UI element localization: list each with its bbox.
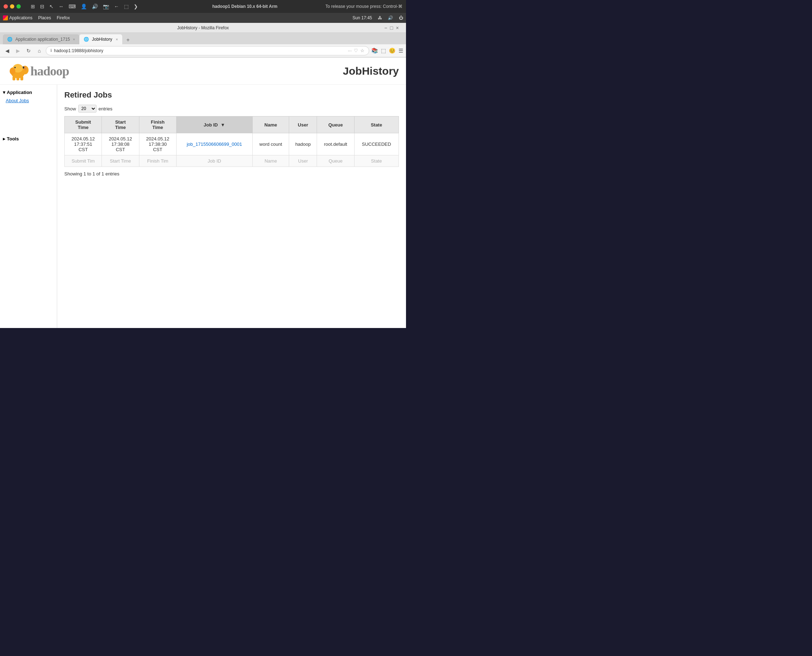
browser-chrome: JobHistory - Mozilla Firefox − □ × 🌐 App… bbox=[0, 23, 406, 57]
cell-start-time: 2024.05.1217:38:08CST bbox=[102, 133, 139, 155]
app-logo bbox=[3, 15, 8, 20]
tab-application[interactable]: 🌐 Application application_1715 × bbox=[3, 34, 79, 44]
tools-arrow-icon: ▸ bbox=[3, 136, 5, 141]
network-icon: 🖧 bbox=[378, 15, 382, 20]
window-controls[interactable]: − □ × bbox=[384, 25, 399, 31]
address-bar-actions: ··· ♡ ☆ bbox=[348, 48, 364, 53]
tools-section-header[interactable]: ▸ Tools bbox=[0, 135, 57, 143]
browser-navbar: ◀ ▶ ↻ ⌂ ℹ hadoop1:19888/jobhistory ··· ♡… bbox=[0, 44, 406, 57]
url-text: hadoop1:19888/jobhistory bbox=[54, 48, 346, 53]
sidebar: ▾ Application About Jobs ▸ Tools bbox=[0, 85, 57, 328]
sidebar-tools-section: ▸ Tools bbox=[0, 135, 57, 143]
tools-label: Tools bbox=[7, 136, 19, 141]
browser-tabs: 🌐 Application application_1715 × 🌐 JobHi… bbox=[0, 33, 406, 44]
tab-favicon-1: 🌐 bbox=[7, 37, 12, 42]
th-name[interactable]: Name bbox=[252, 116, 289, 133]
entries-select[interactable]: 20 50 100 bbox=[78, 105, 96, 113]
menu-bar: Applications Places Firefox Sun 17:45 🖧 … bbox=[0, 13, 406, 23]
browser-titlebar: JobHistory - Mozilla Firefox − □ × bbox=[0, 23, 406, 33]
cell-name: word count bbox=[252, 133, 289, 155]
tab-jobhistory[interactable]: 🌐 JobHistory × bbox=[79, 34, 122, 44]
main-content: Retired Jobs Show 20 50 100 entries Subm… bbox=[57, 85, 406, 328]
traffic-lights bbox=[3, 4, 21, 9]
footer-finish-time: Finish Tim bbox=[139, 155, 176, 167]
camera-icon: 📷 bbox=[103, 3, 109, 9]
pointer-icon: ↖ bbox=[49, 3, 54, 9]
footer-user: User bbox=[289, 155, 317, 167]
application-section-header[interactable]: ▾ Application bbox=[0, 88, 57, 96]
os-topbar: ⊞ ⊟ ↖ ↔ ⌨ 👤 🔊 📷 ← ⬚ ❯ hadoop1 Debian 10.… bbox=[0, 0, 406, 13]
job-id-link[interactable]: job_1715506606699_0001 bbox=[187, 141, 242, 147]
tab-label-1: Application application_1715 bbox=[15, 37, 70, 42]
secure-icon: ℹ bbox=[50, 48, 52, 53]
th-submit-time[interactable]: SubmitTime bbox=[65, 116, 102, 133]
sidepanel-icon[interactable]: ⬚ bbox=[381, 48, 386, 54]
minimize-btn[interactable]: − bbox=[384, 25, 387, 31]
home-button[interactable]: ⌂ bbox=[35, 46, 43, 55]
firefox-menu[interactable]: Firefox bbox=[57, 15, 70, 20]
library-icon[interactable]: 📚 bbox=[371, 48, 378, 54]
page-heading: Retired Jobs bbox=[64, 90, 399, 100]
close-btn[interactable]: × bbox=[396, 25, 399, 31]
maximize-window-btn[interactable] bbox=[16, 4, 21, 9]
os-topbar-icons: ⊞ ⊟ ↖ ↔ ⌨ 👤 🔊 📷 ← ⬚ ❯ bbox=[31, 3, 138, 9]
speaker-icon: 🔊 bbox=[92, 3, 98, 9]
table-controls: Show 20 50 100 entries bbox=[64, 105, 399, 113]
back-button[interactable]: ◀ bbox=[3, 46, 11, 55]
person-icon: 👤 bbox=[81, 3, 87, 9]
volume-icon: 🔊 bbox=[388, 15, 393, 20]
more-icon[interactable]: ··· bbox=[348, 48, 352, 53]
table-footer-row: Submit Tim Start Time Finish Tim Job ID … bbox=[65, 155, 399, 167]
star-icon[interactable]: ☆ bbox=[360, 48, 364, 53]
keyboard-icon: ⌨ bbox=[69, 3, 76, 9]
places-menu[interactable]: Places bbox=[38, 15, 51, 20]
address-bar[interactable]: ℹ hadoop1:19888/jobhistory ··· ♡ ☆ bbox=[46, 46, 369, 56]
forward-button[interactable]: ▶ bbox=[14, 46, 22, 55]
jobs-table: SubmitTime StartTime FinishTime Job ID ▼… bbox=[64, 116, 399, 167]
close-window-btn[interactable] bbox=[3, 4, 8, 9]
minimize-window-btn[interactable] bbox=[10, 4, 14, 9]
th-job-id[interactable]: Job ID ▼ bbox=[176, 116, 252, 133]
applications-menu[interactable]: Applications bbox=[9, 15, 33, 20]
os-topbar-right: To release your mouse press: Control-⌘ bbox=[325, 4, 403, 9]
cell-state: SUCCEEDED bbox=[354, 133, 398, 155]
hadoop-name-text: hadoop bbox=[30, 63, 69, 79]
cell-submit-time: 2024.05.1217:37:51CST bbox=[65, 133, 102, 155]
about-jobs-link[interactable]: About Jobs bbox=[0, 96, 57, 105]
table-header-row: SubmitTime StartTime FinishTime Job ID ▼… bbox=[65, 116, 399, 133]
th-user[interactable]: User bbox=[289, 116, 317, 133]
footer-queue: Queue bbox=[317, 155, 354, 167]
nav-right-icons: 📚 ⬚ 😊 ☰ bbox=[371, 48, 403, 54]
tab-label-2: JobHistory bbox=[92, 37, 112, 42]
th-start-time[interactable]: StartTime bbox=[102, 116, 139, 133]
hadoop-logo-elephant bbox=[7, 61, 30, 81]
th-finish-time[interactable]: FinishTime bbox=[139, 116, 176, 133]
footer-job-id: Job ID bbox=[176, 155, 252, 167]
table-row: 2024.05.1217:37:51CST 2024.05.1217:38:08… bbox=[65, 133, 399, 155]
cell-user: hadoop bbox=[289, 133, 317, 155]
svg-rect-5 bbox=[16, 77, 19, 80]
arrow-icon: ↔ bbox=[59, 3, 64, 9]
th-queue[interactable]: Queue bbox=[317, 116, 354, 133]
th-state[interactable]: State bbox=[354, 116, 398, 133]
footer-submit-time: Submit Tim bbox=[65, 155, 102, 167]
display-icon: ⊟ bbox=[40, 3, 44, 9]
screen-icon: ⬚ bbox=[124, 3, 129, 9]
footer-start-time: Start Time bbox=[102, 155, 139, 167]
tab-close-1[interactable]: × bbox=[73, 37, 75, 42]
application-label: Application bbox=[7, 90, 32, 95]
hadoop-brand: hadoop bbox=[7, 61, 69, 81]
svg-point-8 bbox=[14, 67, 16, 68]
hamburger-icon[interactable]: ☰ bbox=[398, 48, 403, 54]
sidebar-icon: ⊞ bbox=[31, 3, 35, 9]
footer-name: Name bbox=[252, 155, 289, 167]
tab-close-2[interactable]: × bbox=[116, 37, 118, 42]
account-icon[interactable]: 😊 bbox=[389, 48, 396, 54]
new-tab-button[interactable]: + bbox=[124, 36, 132, 44]
reload-button[interactable]: ↻ bbox=[24, 46, 33, 55]
cell-job-id: job_1715506606699_0001 bbox=[176, 133, 252, 155]
bookmark-icon[interactable]: ♡ bbox=[354, 48, 358, 53]
table-summary: Showing 1 to 1 of 1 entries bbox=[64, 171, 399, 176]
restore-btn[interactable]: □ bbox=[390, 25, 393, 31]
release-hint: To release your mouse press: Control-⌘ bbox=[325, 4, 403, 9]
